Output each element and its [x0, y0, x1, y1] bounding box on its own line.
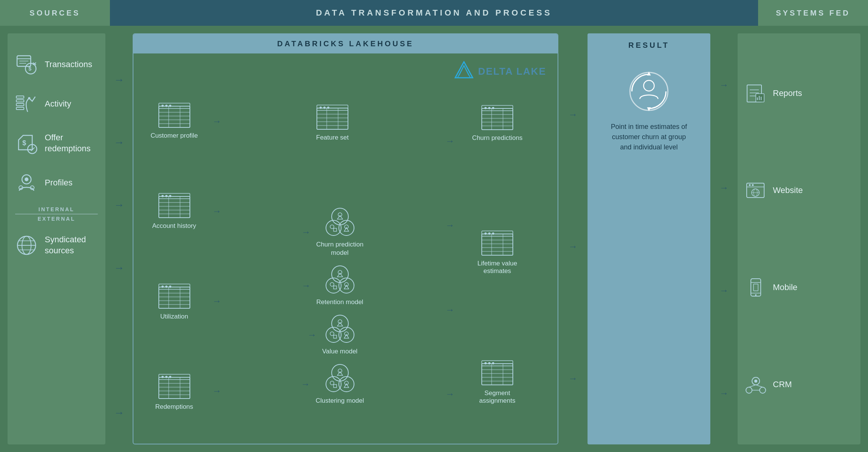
crm-label: CRM	[773, 380, 792, 389]
svg-point-30	[165, 105, 168, 107]
svg-point-85	[338, 213, 342, 217]
svg-rect-129	[482, 234, 513, 255]
arrow-to-pred1: →	[445, 137, 454, 146]
system-website: Website	[745, 176, 853, 205]
arrow-to-churn: →	[301, 228, 310, 237]
internal-label: INTERNAL	[39, 206, 75, 212]
svg-rect-140	[482, 364, 513, 385]
svg-point-121	[488, 107, 490, 109]
churn-predictions-label: Churn predictions	[472, 134, 522, 142]
arrow-to-reports: →	[719, 80, 729, 89]
systems-column: Reports	[738, 33, 860, 444]
svg-rect-9	[16, 100, 24, 102]
value-model: Value model	[322, 314, 357, 356]
svg-point-41	[165, 195, 168, 197]
segment-assignments-label: Segmentassignments	[479, 389, 515, 405]
profiles-label: Profiles	[45, 177, 72, 188]
svg-point-52	[165, 286, 168, 288]
source-offers: $ Offerredemptions	[15, 124, 98, 163]
svg-point-42	[169, 195, 171, 197]
table-redemptions: Redemptions	[141, 373, 207, 411]
value-model-label: Value model	[322, 347, 357, 356]
clustering-model-label: Clustering model	[316, 397, 364, 405]
svg-point-74	[323, 107, 326, 109]
arrow-syndicated: →	[114, 408, 124, 418]
arrow-to-pred3: →	[445, 305, 454, 314]
svg-point-166	[752, 184, 754, 186]
main-container: SOURCES DATA TRANSFORMATION AND PROCESS …	[0, 0, 868, 452]
svg-marker-86	[337, 215, 343, 219]
crm-icon	[745, 374, 766, 395]
svg-point-142	[484, 362, 487, 364]
lifetime-value-label: Lifetime valueestimates	[478, 260, 517, 275]
result-box: RESULT Point in time estimates	[588, 33, 710, 444]
utilization-label: Utilization	[160, 313, 188, 320]
offer-icon: $	[15, 132, 38, 155]
svg-text:$: $	[22, 139, 26, 147]
activity-label: Activity	[45, 99, 71, 110]
system-crm: CRM	[745, 370, 853, 399]
account-history-label: Account history	[152, 222, 196, 230]
offer-label: Offerredemptions	[45, 132, 91, 154]
svg-rect-71	[317, 108, 348, 129]
syndicated-label: Syndicatedsources	[45, 234, 86, 256]
svg-rect-170	[751, 279, 761, 296]
svg-rect-115	[334, 385, 337, 388]
svg-rect-27	[159, 106, 190, 127]
arrow-ah-feature: →	[212, 207, 221, 216]
svg-point-173	[755, 294, 757, 296]
mobile-label: Mobile	[773, 282, 797, 292]
databricks-header: DATABRICKS LAKEHOUSE	[133, 34, 558, 53]
svg-point-53	[169, 286, 171, 288]
svg-marker-104	[337, 322, 343, 326]
external-label: EXTERNAL	[38, 216, 75, 222]
system-reports: Reports	[745, 79, 853, 108]
arrow-transactions: →	[114, 75, 124, 85]
systems-header-label: SYSTEMS FED	[776, 9, 850, 17]
churn-model-label: Churn predictionmodel	[316, 240, 363, 257]
internal-external-divider: INTERNAL EXTERNAL	[15, 202, 98, 226]
svg-rect-38	[159, 196, 190, 218]
svg-rect-49	[159, 287, 190, 308]
svg-point-51	[161, 286, 164, 288]
transactions-label: Transactions	[45, 59, 92, 70]
svg-line-180	[749, 385, 756, 387]
svg-point-75	[327, 107, 329, 109]
table-customer-profile: Customer profile	[141, 102, 207, 140]
arrow-to-retention: →	[302, 281, 311, 290]
result-header: RESULT	[628, 41, 670, 50]
result-description: Point in time estimates of customer chur…	[607, 122, 691, 152]
svg-point-31	[169, 105, 171, 107]
arrow-to-pred4: →	[445, 389, 454, 399]
lifetime-value-table: Lifetime valueestimates	[461, 229, 533, 275]
header-sources: SOURCES	[0, 0, 110, 26]
svg-marker-24	[455, 62, 473, 78]
svg-point-107	[345, 332, 348, 336]
arrow-activity: →	[114, 137, 124, 148]
reports-label: Reports	[773, 88, 802, 98]
svg-point-64	[169, 376, 171, 378]
svg-rect-118	[482, 108, 513, 130]
sources-column: $ Transactions	[8, 33, 105, 444]
source-profiles: Profiles	[15, 163, 98, 202]
svg-point-112	[338, 369, 342, 373]
top-header: SOURCES DATA TRANSFORMATION AND PROCESS …	[0, 0, 868, 26]
header-systems: SYSTEMS FED	[758, 0, 868, 26]
svg-rect-8	[16, 96, 24, 98]
databricks-title: DATABRICKS LAKEHOUSE	[277, 39, 414, 48]
svg-point-178	[760, 387, 766, 393]
delta-lake-logo: DELTA LAKE	[454, 61, 546, 82]
redemptions-label: Redemptions	[155, 403, 193, 411]
svg-point-16	[25, 177, 28, 181]
svg-rect-60	[159, 377, 190, 399]
arrow-ut-feature: →	[212, 297, 221, 306]
delta-lake-label: DELTA LAKE	[478, 66, 546, 77]
segment-assignments-table: Segmentassignments	[461, 359, 533, 405]
svg-point-73	[320, 107, 322, 109]
source-syndicated: Syndicatedsources	[15, 226, 98, 265]
svg-point-122	[492, 107, 494, 109]
main-title: DATA TRANSFORMATION AND PROCESS	[316, 8, 552, 18]
customer-profile-label: Customer profile	[150, 132, 198, 140]
svg-rect-11	[16, 107, 24, 110]
svg-rect-106	[334, 335, 337, 338]
